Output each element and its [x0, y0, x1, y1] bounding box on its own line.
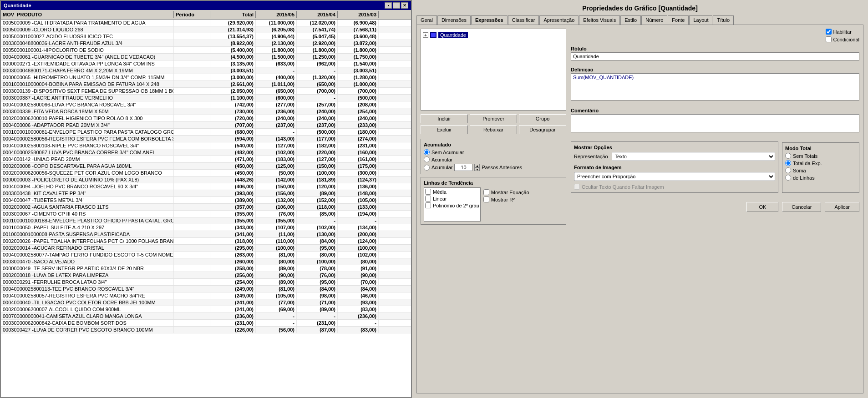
de-linhas-option[interactable]: de Linhas	[785, 175, 856, 181]
table-cell: (130,00)	[297, 231, 338, 237]
tab-fonte[interactable]: Fonte	[668, 15, 689, 25]
sem-acumular-option[interactable]: Sem Acumular	[424, 149, 563, 155]
grupo-btn[interactable]: Grupo	[519, 114, 566, 123]
rebaixar-btn[interactable]: Rebaixar	[470, 125, 517, 134]
ok-btn[interactable]: OK	[746, 202, 778, 212]
formato-imagem-select[interactable]: Preencher com Proporção Esticar Sem Esti…	[574, 172, 775, 181]
tendencia-item[interactable]: Média	[425, 189, 479, 195]
bottom-buttons: OK Cancelar Aplicar	[571, 202, 859, 212]
acumular-passos-radio[interactable]	[424, 165, 430, 171]
tendencia-list[interactable]: MédiaLinearPolinômio de 2º grau	[424, 187, 481, 222]
condicional-row[interactable]: Condicional	[826, 36, 859, 42]
table-row: 0007000000000​41-CAMISETA AZUL CLARO MAN…	[1, 313, 411, 320]
table-cell	[174, 149, 210, 156]
tendencia-cb[interactable]	[425, 189, 431, 195]
aplicar-btn[interactable]: Aplicar	[825, 202, 859, 212]
incluir-btn[interactable]: Incluir	[421, 114, 468, 123]
table-cell: 0000000271 -EXTREMIDADE OITAVADA PP LONG…	[1, 60, 174, 67]
table-body[interactable]: 0005000009 -CAL HIDRATADA PARA TRATAMENT…	[1, 20, 411, 397]
excluir-btn[interactable]: Excluir	[421, 125, 468, 134]
table-cell: -	[297, 217, 338, 224]
acumular-option[interactable]: Acumular	[424, 156, 563, 162]
tab-apresentação[interactable]: Apresentação	[539, 15, 579, 25]
acumular-passos-option[interactable]: Acumular ▲ ▼ Passos Anteriores	[424, 164, 563, 171]
table-cell: 0004000047 -TUBETES METAL 3/4"	[1, 197, 174, 203]
rotulo-input[interactable]	[571, 52, 859, 60]
table-cell: (707,00)	[210, 122, 256, 128]
passos-spinner[interactable]: ▲ ▼	[474, 164, 480, 171]
habilitar-row[interactable]: Habilitar	[826, 29, 852, 35]
table-cell: 0001000050 -PAPEL SULFITE A-4 210 X 297	[1, 224, 174, 231]
mostrar-equacao-cb[interactable]	[483, 189, 489, 195]
window-title: Quantidade	[4, 3, 31, 8]
habilitar-cb[interactable]	[826, 29, 832, 35]
soma-radio[interactable]	[785, 167, 791, 173]
table-cell: (263,00)	[210, 252, 256, 258]
passos-down[interactable]: ▼	[474, 167, 480, 171]
soma-option[interactable]: Soma	[785, 167, 856, 173]
tendencia-label: Média	[433, 189, 447, 195]
tab-layout[interactable]: Layout	[689, 15, 712, 25]
table-cell: (12.020,00)	[297, 20, 338, 26]
tree-item-quantidade[interactable]: + Quantidade	[423, 31, 564, 39]
sem-totais-radio[interactable]	[785, 153, 791, 159]
table-cell	[174, 88, 210, 94]
table-cell: (90,00)	[256, 272, 297, 278]
condicional-cb[interactable]	[826, 36, 832, 42]
table-cell: (46,00)	[338, 292, 379, 299]
tree-area[interactable]: + Quantidade	[421, 29, 566, 111]
table-cell: 0003000438 -KIT CAVALETE PP 3/4"	[1, 190, 174, 196]
table-cell: (237,00)	[256, 122, 297, 128]
passos-input[interactable]	[454, 164, 472, 171]
table-cell: (600,00)	[256, 95, 297, 101]
definicao-textarea[interactable]: Sum(MOV_QUANTIDADE)	[571, 73, 859, 101]
table-cell: (258,00)	[210, 265, 256, 272]
modo-total-section: Modo Total Sem Totais Total da Exp.	[782, 142, 859, 193]
desagrupar-btn[interactable]: Desagrupar	[519, 125, 566, 134]
total-exp-radio[interactable]	[785, 160, 791, 166]
tab-expressões[interactable]: Expressões	[471, 15, 508, 25]
de-linhas-radio[interactable]	[785, 175, 791, 181]
tab-número[interactable]: Número	[641, 15, 667, 25]
table-cell: (2.920,00)	[297, 40, 338, 46]
tendencia-cb[interactable]	[425, 202, 431, 208]
total-exp-option[interactable]: Total da Exp.	[785, 160, 856, 166]
tendencia-item[interactable]: Linear	[425, 196, 479, 202]
rotulo-label: Rótulo	[571, 46, 859, 51]
table-cell: (95,00)	[297, 279, 338, 285]
passos-up[interactable]: ▲	[474, 164, 480, 167]
sem-totais-option[interactable]: Sem Totais	[785, 153, 856, 159]
mostrar-r2-cb[interactable]	[483, 196, 489, 202]
comentario-textarea[interactable]	[571, 114, 859, 132]
table-cell: (11,00)	[256, 231, 297, 237]
tab-título[interactable]: Título	[713, 15, 734, 25]
table-cell: (1.800,00)	[297, 47, 338, 53]
mostrar-r2-item[interactable]: Mostrar R²	[483, 196, 529, 202]
minimize-btn[interactable]: _	[393, 2, 400, 9]
cancelar-btn[interactable]: Cancelar	[782, 202, 821, 212]
sem-acumular-radio[interactable]	[424, 149, 430, 155]
table-cell	[174, 286, 210, 292]
representacao-select[interactable]: Texto Barra Imagem Mini Gráfico	[612, 152, 775, 161]
tab-estilo[interactable]: Estilo	[620, 15, 641, 25]
ocultar-cb[interactable]	[574, 184, 580, 190]
representacao-row: Representação Texto Barra Imagem Mini Gr…	[574, 152, 775, 161]
mostrar-equacao-item[interactable]: Mostrar Equação	[483, 189, 529, 195]
table-cell	[174, 265, 210, 272]
acumular-radio[interactable]	[424, 156, 430, 162]
restore-btn[interactable]: ▪	[385, 2, 392, 9]
close-btn[interactable]: ✕	[401, 2, 408, 9]
table-row: 0000000271 -EXTREMIDADE OITAVADA PP LONG…	[1, 60, 411, 67]
tendencia-cb[interactable]	[425, 196, 431, 202]
tree-item-label[interactable]: Quantidade	[438, 32, 468, 38]
table-cell: (633,00)	[256, 60, 297, 67]
table-cell: 00010000100001​88-ENVELOPE PLASTICO OFIC…	[1, 217, 174, 224]
tab-dimensões[interactable]: Dimensões	[437, 15, 471, 25]
tab-efeitos-visuais[interactable]: Efeitos Visuais	[579, 15, 620, 25]
tab-classificar[interactable]: Classificar	[508, 15, 539, 25]
tree-expand-btn[interactable]: +	[423, 32, 428, 38]
promover-btn[interactable]: Promover	[470, 114, 517, 123]
tendencia-item[interactable]: Polinômio de 2º grau	[425, 202, 479, 208]
tab-geral[interactable]: Geral	[416, 15, 437, 25]
passos-label: Passos Anteriores	[482, 165, 522, 170]
